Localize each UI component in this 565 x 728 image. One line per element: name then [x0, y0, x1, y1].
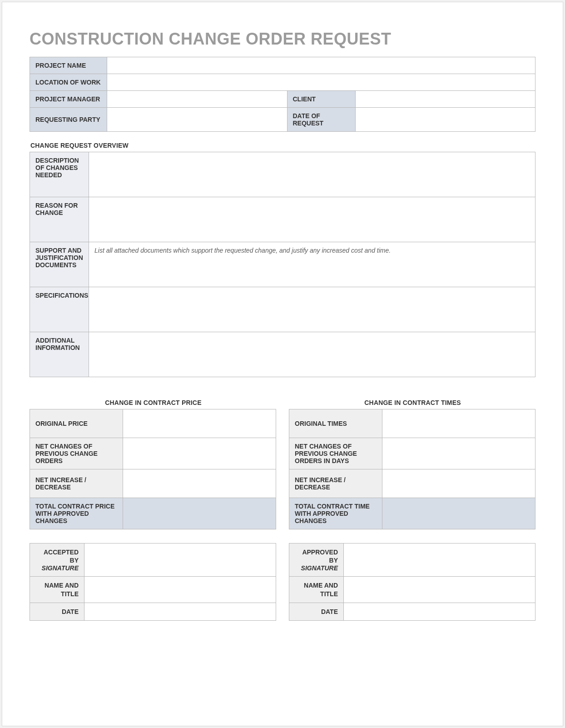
approved-table: APPROVED BY SIGNATURE NAME AND TITLE DAT… — [289, 543, 535, 621]
accepted-name-label: NAME AND TITLE — [30, 577, 84, 603]
client-field[interactable] — [355, 91, 535, 108]
support-note[interactable]: List all attached documents which suppor… — [89, 242, 535, 287]
net-incdec-price-field[interactable] — [123, 469, 276, 498]
date-of-request-label: DATE OF REQUEST — [287, 108, 355, 132]
project-manager-label: PROJECT MANAGER — [30, 91, 107, 108]
accepted-table: ACCEPTED BY SIGNATURE NAME AND TITLE DAT… — [30, 543, 276, 621]
support-label: SUPPORT AND JUSTIFICATION DOCUMENTS — [30, 242, 89, 287]
specifications-label: SPECIFICATIONS — [30, 287, 89, 332]
date-of-request-field[interactable] — [355, 108, 535, 132]
requesting-party-label: REQUESTING PARTY — [30, 108, 107, 132]
overview-table: DESCRIPTION OF CHANGES NEEDED REASON FOR… — [30, 152, 535, 377]
net-previous-times-field[interactable] — [382, 438, 535, 469]
client-label: CLIENT — [287, 91, 355, 108]
approved-date-field[interactable] — [344, 603, 535, 620]
project-name-field[interactable] — [107, 57, 535, 74]
description-label: DESCRIPTION OF CHANGES NEEDED — [30, 152, 89, 197]
accepted-name-field[interactable] — [84, 577, 276, 603]
total-price-field[interactable] — [123, 498, 276, 529]
description-field[interactable] — [89, 152, 535, 197]
accepted-date-label: DATE — [30, 603, 84, 620]
total-price-label: TOTAL CONTRACT PRICE WITH APPROVED CHANG… — [30, 498, 123, 529]
total-times-label: TOTAL CONTRACT TIME WITH APPROVED CHANGE… — [289, 498, 382, 529]
form-sheet: CONSTRUCTION CHANGE ORDER REQUEST PROJEC… — [2, 2, 563, 726]
original-times-field[interactable] — [382, 409, 535, 438]
net-previous-times-label: NET CHANGES OF PREVIOUS CHANGE ORDERS IN… — [289, 438, 382, 469]
original-price-label: ORIGINAL PRICE — [30, 409, 123, 438]
net-incdec-times-label: NET INCREASE / DECREASE — [289, 469, 382, 498]
accepted-by-label: ACCEPTED BY SIGNATURE — [30, 544, 84, 577]
original-price-field[interactable] — [123, 409, 276, 438]
original-times-label: ORIGINAL TIMES — [289, 409, 382, 438]
reason-label: REASON FOR CHANGE — [30, 197, 89, 242]
net-incdec-price-label: NET INCREASE / DECREASE — [30, 469, 123, 498]
net-previous-price-field[interactable] — [123, 438, 276, 469]
header-table: PROJECT NAME LOCATION OF WORK PROJECT MA… — [30, 57, 535, 132]
accepted-date-field[interactable] — [84, 603, 276, 620]
net-previous-price-label: NET CHANGES OF PREVIOUS CHANGE ORDERS — [30, 438, 123, 469]
page-title: CONSTRUCTION CHANGE ORDER REQUEST — [30, 30, 535, 49]
total-times-field[interactable] — [382, 498, 535, 529]
project-name-label: PROJECT NAME — [30, 57, 107, 74]
overview-section-title: CHANGE REQUEST OVERVIEW — [30, 142, 535, 149]
approved-date-label: DATE — [289, 603, 344, 620]
approved-name-label: NAME AND TITLE — [289, 577, 344, 603]
times-section-title: CHANGE IN CONTRACT TIMES — [290, 399, 535, 406]
times-table: ORIGINAL TIMES NET CHANGES OF PREVIOUS C… — [289, 409, 535, 529]
price-section-title: CHANGE IN CONTRACT PRICE — [30, 399, 276, 406]
specifications-field[interactable] — [89, 287, 535, 332]
additional-label: ADDITIONAL INFORMATION — [30, 332, 89, 377]
location-field[interactable] — [107, 74, 535, 91]
requesting-party-field[interactable] — [107, 108, 287, 132]
additional-field[interactable] — [89, 332, 535, 377]
reason-field[interactable] — [89, 197, 535, 242]
approved-by-label: APPROVED BY SIGNATURE — [289, 544, 344, 577]
project-manager-field[interactable] — [107, 91, 287, 108]
price-table: ORIGINAL PRICE NET CHANGES OF PREVIOUS C… — [30, 409, 276, 529]
approved-signature-field[interactable] — [344, 544, 535, 577]
approved-name-field[interactable] — [344, 577, 535, 603]
net-incdec-times-field[interactable] — [382, 469, 535, 498]
accepted-signature-field[interactable] — [84, 544, 276, 577]
location-label: LOCATION OF WORK — [30, 74, 107, 91]
